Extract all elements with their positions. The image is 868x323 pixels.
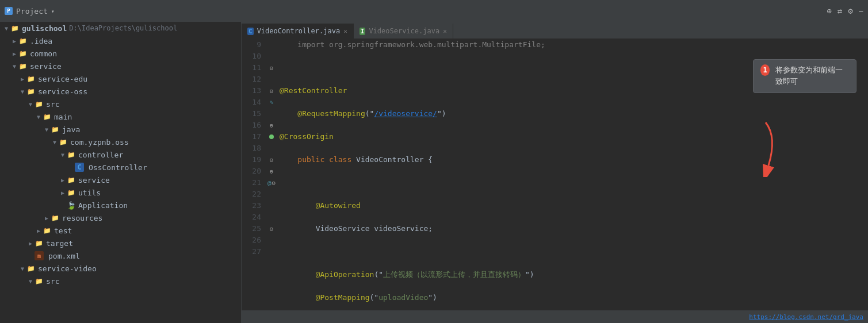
line-num: 20 [242, 166, 261, 177]
expand-arrow [59, 151, 67, 159]
expand-arrow [10, 37, 18, 45]
code-line: @RequestMapping("/videoservice/") [280, 108, 868, 120]
tree-label: target [46, 239, 73, 248]
edit-marker[interactable]: ✎ [270, 99, 274, 106]
sidebar-item-application[interactable]: 🍃 Application [0, 199, 241, 212]
gutter-line: @⊖ [266, 177, 277, 189]
project-dropdown-arrow[interactable]: ▾ [51, 8, 55, 14]
line-num: 19 [242, 154, 261, 166]
tab-close-button[interactable]: ✕ [443, 28, 447, 35]
expand-arrow [35, 113, 43, 121]
fold-marker[interactable]: ⊖ [272, 179, 276, 187]
sync-icon[interactable]: ⇄ [838, 6, 842, 16]
sidebar-item-test[interactable]: 📁 test [0, 224, 241, 237]
sidebar-item-service-edu[interactable]: 📁 service-edu [0, 72, 241, 85]
sidebar-item-resources[interactable]: 📁 resources [0, 212, 241, 224]
folder-icon: 📁 [10, 24, 20, 33]
tab-label: VideoController.java [257, 27, 341, 35]
add-icon[interactable]: ⊕ [827, 6, 831, 16]
sidebar-item-service-video[interactable]: 📁 service-video [0, 262, 241, 275]
folder-icon: 📁 [59, 137, 68, 147]
code-line: import org.springframework.web.multipart… [280, 39, 868, 51]
tab-videocontroller[interactable]: C VideoController.java ✕ [242, 24, 354, 39]
sidebar-item-main[interactable]: 📁 main [0, 110, 241, 123]
breakpoint-dot[interactable] [269, 134, 274, 139]
gutter-line [266, 212, 277, 223]
tab-class-icon: C [247, 28, 254, 35]
xml-icon: m [35, 251, 44, 260]
fold-marker[interactable]: ⊖ [270, 122, 274, 129]
sidebar-item-service-folder[interactable]: 📁 service [0, 174, 241, 186]
sidebar-item-idea[interactable]: 📁 .idea [0, 34, 241, 47]
sidebar-item-osscontroller[interactable]: C OssController [0, 161, 241, 174]
status-bar: https://blog.csdn.net/grd_java [242, 310, 868, 323]
gutter-line [266, 51, 277, 62]
class-icon: C [75, 163, 84, 172]
tree-path: D:\IdeaProjects\gulischool [69, 24, 177, 32]
project-label[interactable]: Project [16, 7, 48, 16]
folder-icon: 📁 [18, 61, 28, 71]
sidebar-item-java[interactable]: 📁 java [0, 123, 241, 136]
status-link[interactable]: https://blog.csdn.net/grd_java [749, 313, 863, 321]
sidebar[interactable]: 📁 gulischool D:\IdeaProjects\gulischool … [0, 22, 242, 323]
tab-close-button[interactable]: ✕ [343, 28, 347, 35]
sidebar-item-target[interactable]: 📁 target [0, 237, 241, 249]
gutter-line: ✎ [266, 97, 277, 108]
tab-bar: C VideoController.java ✕ I VideoService.… [242, 22, 868, 39]
settings-icon[interactable]: ⚙ [848, 6, 852, 16]
tree-label: main [54, 113, 72, 121]
sidebar-item-controller[interactable]: 📁 controller [0, 148, 241, 161]
fold-marker[interactable]: ⊖ [270, 87, 274, 95]
tab-videoservice[interactable]: I VideoService.java ✕ [354, 24, 453, 39]
sidebar-item-pomxml[interactable]: m pom.xml [0, 249, 241, 262]
expand-arrow [43, 214, 51, 222]
tooltip-text: 将参数变为和前端一致即可 [775, 64, 849, 87]
edit-marker[interactable]: @ [267, 179, 272, 187]
expand-arrow [26, 239, 35, 247]
gutter-line [266, 189, 277, 200]
gutter-line [266, 131, 277, 143]
expand-arrow [18, 87, 26, 95]
sidebar-item-src2[interactable]: 📁 src [0, 275, 241, 287]
sidebar-item-com-yzpnb-oss[interactable]: 📁 com.yzpnb.oss [0, 136, 241, 148]
line-numbers: 9 10 11 12 13 14 15 16 17 18 19 20 21 22… [242, 39, 266, 310]
sidebar-item-utils[interactable]: 📁 utils [0, 186, 241, 199]
sidebar-item-gulischool[interactable]: 📁 gulischool D:\IdeaProjects\gulischool [0, 22, 241, 34]
line-num: 27 [242, 246, 261, 257]
tooltip-badge: 1 [760, 64, 770, 76]
red-arrow-svg [748, 120, 783, 177]
gutter-line: ⊖ [266, 62, 277, 74]
line-num: 22 [242, 189, 261, 200]
line-num: 21 [242, 177, 261, 189]
tree-label: Application [78, 201, 128, 210]
tab-interface-icon: I [360, 28, 366, 35]
line-num: 23 [242, 200, 261, 212]
sidebar-item-service-oss[interactable]: 📁 service-oss [0, 85, 241, 98]
editor-area: C VideoController.java ✕ I VideoService.… [242, 22, 868, 323]
sidebar-item-common[interactable]: 📁 common [0, 47, 241, 60]
sidebar-item-src[interactable]: 📁 src [0, 98, 241, 110]
tree-label: com.yzpnb.oss [70, 138, 129, 147]
tooltip-balloon: 1 将参数变为和前端一致即可 [753, 59, 856, 93]
tree-label: pom.xml [48, 252, 80, 260]
expand-arrow [51, 138, 59, 146]
fold-marker[interactable]: ⊖ [270, 156, 274, 164]
tree-label: common [30, 49, 57, 58]
tree-label: .idea [30, 37, 52, 45]
minimize-icon[interactable]: − [859, 6, 863, 16]
fold-marker[interactable]: ⊖ [270, 225, 274, 233]
expand-arrow [59, 201, 67, 209]
tree-label: service [78, 176, 110, 184]
fold-marker[interactable]: ⊖ [270, 64, 274, 72]
tree-label: src [46, 277, 59, 286]
folder-icon: 📁 [43, 226, 52, 235]
tree-label: resources [62, 214, 102, 222]
fold-marker[interactable]: ⊖ [270, 168, 274, 175]
expand-arrow [18, 75, 26, 83]
gutter-line: ⊖ [266, 154, 277, 166]
code-line: @Autowired [280, 200, 868, 212]
title-bar: P Project ▾ ⊕ ⇄ ⚙ − [0, 0, 868, 22]
line-num: 16 [242, 120, 261, 131]
expand-arrow [26, 252, 35, 260]
sidebar-item-service[interactable]: 📁 service [0, 60, 241, 72]
